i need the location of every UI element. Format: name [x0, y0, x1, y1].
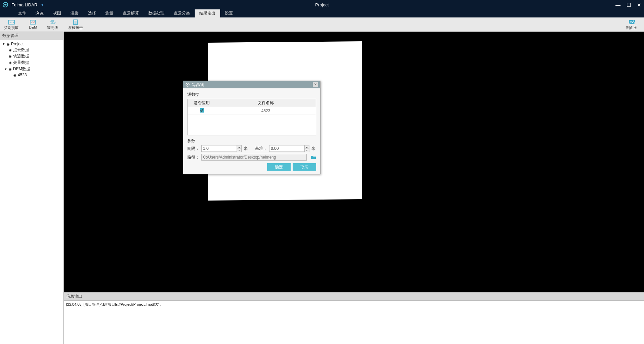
section-icon: [628, 19, 636, 25]
params-label: 参数: [187, 138, 316, 144]
path-input[interactable]: [201, 154, 307, 161]
menu-pointcloud-calc[interactable]: 点云解算: [118, 9, 144, 17]
col-apply: 是否应用: [188, 99, 216, 107]
interval-input[interactable]: [201, 145, 237, 152]
cancel-button[interactable]: 取消: [293, 163, 316, 171]
toolbar-label: 剖面图: [626, 25, 637, 30]
viewport-3d[interactable]: [64, 32, 644, 292]
title-bar: Feima LiDAR ▼ Project — ☐ ✕: [0, 0, 644, 9]
toolbar-label: 等高线: [47, 25, 58, 30]
col-filename: 文件名称: [216, 99, 316, 107]
menu-view[interactable]: 视图: [48, 9, 66, 17]
tree-dem-item[interactable]: ◉ 4523: [2, 72, 62, 78]
dialog-close-icon[interactable]: ×: [313, 82, 318, 87]
menu-pointcloud-classify[interactable]: 点云分类: [169, 9, 195, 17]
app-dropdown-icon[interactable]: ▼: [41, 3, 44, 7]
window-title: Project: [315, 2, 329, 7]
tree-trajectory[interactable]: ◉ 轨迹数据: [2, 53, 62, 59]
toolbar-label: 类别提取: [4, 25, 19, 30]
apply-checkbox[interactable]: [200, 108, 204, 113]
close-icon[interactable]: ✕: [637, 2, 641, 7]
svg-point-13: [187, 84, 188, 85]
toolbar-extract-button[interactable]: DATA 类别提取: [4, 19, 19, 30]
base-label: 基准：: [255, 146, 267, 152]
svg-point-6: [52, 22, 53, 23]
data-icon: DATA: [8, 19, 15, 25]
dialog-titlebar[interactable]: 等高线 ×: [183, 81, 320, 88]
svg-text:DATA: DATA: [9, 22, 14, 24]
file-cell: 4523: [216, 107, 316, 115]
base-spinner[interactable]: ▲▼: [305, 145, 309, 152]
report-icon: [72, 19, 79, 25]
source-data-label: 源数据: [187, 92, 316, 97]
path-label: 路径：: [187, 155, 199, 160]
base-input[interactable]: [269, 145, 305, 152]
menu-render[interactable]: 渲染: [66, 9, 83, 17]
menu-result-output[interactable]: 结果输出: [195, 9, 220, 17]
toolbar-dem-button[interactable]: DEM: [29, 19, 37, 30]
menu-settings[interactable]: 设置: [220, 9, 238, 17]
source-table: 是否应用 文件名称 4523: [187, 99, 316, 135]
tree-pointcloud[interactable]: ◉ 点云数据: [2, 47, 62, 53]
tree-vector[interactable]: ◉ 矢量数据: [2, 59, 62, 66]
browse-folder-icon[interactable]: [311, 155, 316, 160]
maximize-icon[interactable]: ☐: [627, 2, 631, 7]
dialog-logo-icon: [185, 82, 190, 87]
table-row[interactable]: 4523: [188, 107, 316, 115]
interval-label: 间隔：: [187, 146, 199, 152]
dem-icon: [29, 19, 37, 25]
app-logo-icon: [2, 1, 9, 8]
toolbar-contour-button[interactable]: 等高线: [47, 19, 58, 30]
toolbar-label: 质检报告: [68, 25, 83, 30]
svg-point-5: [51, 21, 54, 23]
toolbar-section-button[interactable]: 剖面图: [626, 19, 637, 30]
minimize-icon[interactable]: —: [615, 2, 621, 7]
interval-unit: 米: [244, 146, 248, 152]
toolbar-report-button[interactable]: 质检报告: [68, 19, 83, 30]
data-tree[interactable]: ▼◉ Project ◉ 点云数据 ◉ 轨迹数据 ◉ 矢量数据 ▼◉ DEM数据…: [0, 40, 63, 344]
menu-data-process[interactable]: 数据处理: [144, 9, 169, 17]
sidebar-title: 数据管理: [0, 32, 63, 40]
base-unit: 米: [311, 146, 315, 152]
interval-spinner[interactable]: ▲▼: [237, 145, 242, 152]
menu-browse[interactable]: 浏览: [31, 9, 48, 17]
menu-measure[interactable]: 测量: [101, 9, 118, 17]
toolbar-label: DEM: [29, 25, 37, 29]
menu-bar: 文件 浏览 视图 渲染 选择 测量 点云解算 数据处理 点云分类 结果输出 设置: [0, 9, 644, 17]
menu-select[interactable]: 选择: [83, 9, 101, 17]
ok-button[interactable]: 确定: [267, 163, 291, 171]
app-name: Feima LiDAR: [11, 2, 37, 7]
sidebar: 数据管理 ▼◉ Project ◉ 点云数据 ◉ 轨迹数据 ◉ 矢量数据 ▼◉ …: [0, 32, 64, 344]
toolbar: DATA 类别提取 DEM 等高线 质检报告 剖面图: [0, 17, 644, 32]
log-entry: [22:04:03] [项目管理]创建项目E://Project/Project…: [64, 301, 644, 308]
tree-dem[interactable]: ▼◉ DEM数据: [2, 66, 62, 72]
dialog-title-text: 等高线: [192, 82, 204, 88]
contour-dialog: 等高线 × 源数据 是否应用 文件名称 4523 参数 间隔：: [183, 81, 320, 174]
log-title: 信息输出: [64, 293, 644, 301]
contour-icon: [49, 19, 56, 25]
menu-file[interactable]: 文件: [13, 9, 31, 17]
log-panel: 信息输出 [22:04:03] [项目管理]创建项目E://Project/Pr…: [64, 292, 644, 344]
tree-project[interactable]: ▼◉ Project: [2, 41, 62, 47]
